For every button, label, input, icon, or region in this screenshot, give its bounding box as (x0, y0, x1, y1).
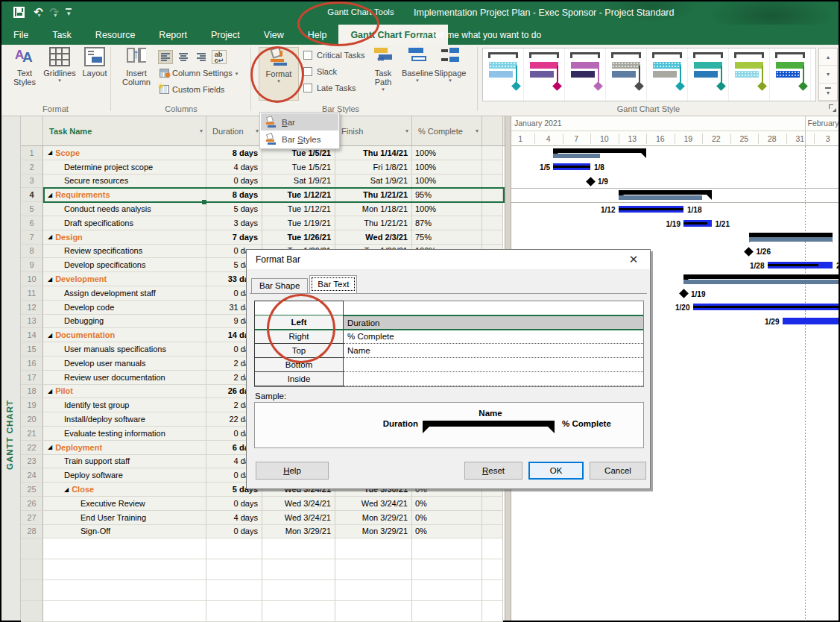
task-name-cell[interactable]: Identify test group (43, 398, 206, 412)
summary-bar[interactable] (619, 190, 712, 195)
baseline-bar[interactable] (553, 154, 600, 158)
ok-button[interactable]: OK (528, 462, 584, 480)
finish-cell[interactable]: Mon 3/29/21 (335, 525, 412, 539)
extra-cell[interactable] (482, 160, 503, 175)
row-number[interactable]: 22 (21, 441, 43, 455)
ribbon-tab-file[interactable]: File (1, 25, 40, 45)
empty-cell[interactable] (335, 559, 412, 580)
duration-cell[interactable]: 5 days (206, 202, 262, 216)
task-bar[interactable] (619, 206, 684, 213)
ribbon-tab-project[interactable]: Project (199, 25, 252, 45)
row-number[interactable]: 24 (21, 468, 43, 483)
empty-cell[interactable] (482, 559, 503, 580)
position-label-top[interactable]: Top (254, 343, 344, 358)
start-cell[interactable]: Tue 1/12/21 (262, 202, 335, 216)
row-number[interactable]: 10 (21, 272, 43, 286)
finish-cell[interactable]: Mon 3/29/21 (335, 511, 412, 525)
selection-handle[interactable] (202, 200, 206, 204)
duration-cell[interactable]: 0 days (206, 497, 262, 511)
task-bar[interactable] (768, 262, 833, 268)
pct-cell[interactable]: 100% (412, 202, 482, 216)
gallery-more-icon[interactable]: ▾ (819, 84, 837, 101)
undo-dropdown-icon[interactable]: ▾ (38, 12, 41, 19)
checkbox-slack[interactable]: Slack (303, 67, 337, 76)
start-cell[interactable]: Tue 1/5/21 (262, 160, 335, 175)
collapse-triangle-icon[interactable]: ◢ (48, 332, 52, 339)
gantt-style-swatch-1[interactable] (483, 48, 524, 101)
row-number[interactable]: 28 (21, 525, 43, 539)
column-settings-button[interactable]: Column Settings▾ (160, 69, 238, 78)
task-name-cell[interactable]: Deploy software (43, 468, 206, 483)
extra-cell[interactable] (482, 188, 503, 202)
filter-dropdown-icon[interactable]: ▾ (476, 128, 479, 134)
pct-cell[interactable]: 0% (412, 497, 482, 511)
collapse-triangle-icon[interactable]: ◢ (48, 444, 52, 450)
empty-cell[interactable] (335, 538, 412, 559)
empty-cell[interactable] (206, 538, 262, 559)
row-number[interactable]: 27 (21, 511, 43, 525)
duration-cell[interactable]: 4 days (206, 511, 262, 525)
position-label-right[interactable]: Right (254, 329, 344, 344)
insert-column-button[interactable]: Insert Column (117, 47, 156, 101)
row-number[interactable]: 19 (21, 398, 43, 412)
extra-cell[interactable] (482, 511, 503, 525)
gridlines-button[interactable]: Gridlines▾ (42, 47, 77, 101)
ribbon-tab-report[interactable]: Report (147, 25, 199, 45)
position-value[interactable]: Name (344, 344, 643, 358)
summary-bar[interactable] (683, 274, 839, 279)
duration-cell[interactable]: 8 days (206, 188, 262, 202)
position-label-bottom[interactable]: Bottom (254, 357, 344, 372)
duration-cell[interactable]: 3 days (206, 216, 262, 230)
row-number[interactable]: 2 (21, 160, 43, 175)
position-label-left[interactable]: Left (254, 315, 344, 329)
finish-cell[interactable]: Sat 1/9/21 (335, 175, 412, 189)
row-number[interactable]: 17 (21, 371, 43, 385)
empty-cell[interactable] (262, 559, 335, 580)
task-name-cell[interactable]: Develop code (43, 301, 206, 315)
empty-cell[interactable] (482, 601, 503, 622)
column-header-complete[interactable]: % Complete▾ (412, 116, 482, 145)
duration-cell[interactable]: 0 days (206, 175, 262, 189)
task-name-cell[interactable]: Debugging (43, 315, 206, 329)
align-left-icon[interactable] (158, 50, 173, 64)
dialog-tab-bar-text[interactable]: Bar Text (309, 275, 357, 293)
task-name-cell[interactable]: Install/deploy software (43, 412, 206, 427)
column-header-blank[interactable] (482, 116, 503, 145)
task-name-cell[interactable]: User manuals specifications (43, 342, 206, 356)
task-name-cell[interactable]: Sign-Off (43, 525, 206, 539)
row-number[interactable]: 7 (21, 230, 43, 245)
task-name-cell[interactable]: ◢Pilot (43, 385, 206, 399)
pct-cell[interactable]: 87% (412, 216, 482, 230)
filter-dropdown-icon[interactable]: ▾ (200, 128, 203, 134)
collapse-triangle-icon[interactable]: ◢ (48, 149, 52, 156)
start-cell[interactable]: Mon 3/29/21 (262, 525, 335, 539)
task-name-cell[interactable]: Conduct needs analysis (43, 202, 206, 216)
start-cell[interactable]: Wed 3/24/21 (262, 511, 335, 525)
finish-cell[interactable]: Thu 1/21/21 (335, 188, 412, 202)
pct-cell[interactable]: 75% (412, 230, 482, 245)
reset-button[interactable]: Reset (464, 462, 522, 480)
empty-cell[interactable] (21, 538, 43, 559)
task-name-cell[interactable]: Review specifications (43, 245, 206, 259)
checkbox-critical-tasks[interactable]: Critical Tasks (303, 51, 365, 60)
empty-cell[interactable] (206, 559, 262, 580)
task-name-cell[interactable]: ◢Documentation (43, 328, 206, 342)
position-value[interactable] (344, 301, 643, 315)
milestone-diamond[interactable] (586, 177, 596, 186)
gallery-scroll-down-icon[interactable]: ▾ (819, 66, 837, 83)
slippage-button[interactable]: Slippage▾ (432, 47, 468, 101)
row-number[interactable]: 25 (21, 483, 43, 497)
undo-button[interactable]: ↶▾ (34, 5, 41, 19)
row-number[interactable]: 1 (21, 146, 43, 160)
ribbon-tab-help[interactable]: Help (296, 25, 339, 45)
task-name-cell[interactable]: Executive Review (43, 497, 206, 511)
finish-cell[interactable]: Wed 3/24/21 (335, 497, 412, 511)
position-label-inside[interactable]: Inside (254, 371, 344, 386)
menu-item-bar-styles[interactable]: Bar Styles (261, 131, 338, 148)
finish-cell[interactable]: Thu 1/14/21 (335, 146, 412, 160)
row-number[interactable]: 8 (21, 245, 43, 259)
filter-dropdown-icon[interactable]: ▾ (256, 128, 259, 134)
task-path-button[interactable]: Task Path▾ (365, 47, 401, 101)
collapse-triangle-icon[interactable]: ◢ (64, 486, 69, 493)
row-number[interactable]: 15 (21, 342, 43, 356)
